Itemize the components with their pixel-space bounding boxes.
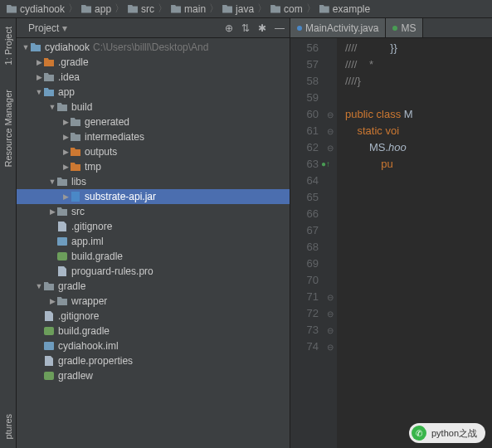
editor-tabs: MainActivity.javaMS [290,18,492,38]
tree-node[interactable]: app.iml [17,234,290,249]
expand-icon[interactable]: ⇅ [241,22,250,34]
tree-node[interactable]: ▶intermediates [17,129,290,144]
tree-node[interactable]: cydiahook.iml [17,338,290,353]
folder-grey [43,281,55,291]
folder-grey [56,296,68,306]
tree-node[interactable]: ▶wrapper [17,294,290,309]
iml-icon [43,341,55,351]
breadcrumb-item[interactable]: cydiahook [3,3,68,15]
project-panel-header: Project ▾ ⊕ ⇅ ✱ — [17,18,290,38]
watermark-badge: ✆ python之战 [409,423,485,443]
tree-node[interactable]: ▶tmp [17,159,290,174]
folder-grey [56,177,68,187]
folder-grey [70,132,81,142]
file-icon [43,356,55,366]
tree-node[interactable]: build.gradle [17,324,290,338]
folder-grey [43,72,55,82]
tree-node[interactable]: ▼build [17,100,290,114]
breadcrumb-item[interactable]: main [168,3,209,15]
gradle-icon [43,326,55,336]
tree-node[interactable]: ▶generated [17,114,290,129]
breadcrumb: cydiahook〉app〉src〉main〉java〉com〉example [0,0,492,18]
tree-node[interactable]: ▼libs [17,174,290,189]
resource-manager-tab[interactable]: Resource Manager [3,90,13,168]
file-icon [43,311,55,321]
project-tool-tab[interactable]: 1: Project [3,27,13,65]
project-tree[interactable]: ▼cydiahookC:\Users\billl\Desktop\And▶.gr… [17,38,290,448]
tree-node[interactable]: gradlew [17,368,290,383]
editor-tab[interactable]: MS [386,18,423,37]
breadcrumb-item[interactable]: example [316,3,373,15]
folder-brown [70,162,81,172]
tree-node[interactable]: ▼cydiahookC:\Users\billl\Desktop\And [17,40,290,55]
tree-node[interactable]: ▶src [17,204,290,219]
fold-column[interactable]: ⊖⊖⊖⊖⊖⊖⊖ [324,38,337,448]
folder-brown [43,57,55,67]
editor-tab[interactable]: MainActivity.java [290,18,386,37]
tree-node[interactable]: gradle.properties [17,353,290,368]
wechat-icon: ✆ [412,426,426,441]
folder-grey [56,102,68,112]
tree-node[interactable]: ▶.idea [17,70,290,85]
tree-node[interactable]: proguard-rules.pro [17,264,290,279]
code-editor[interactable]: //// }}//// *////}public class M static … [337,38,492,448]
tree-node[interactable]: ▼gradle [17,279,290,294]
iml-icon [56,236,68,246]
structures-tab[interactable]: ptures [3,414,13,440]
breadcrumb-item[interactable]: src [124,3,158,15]
editor-area: MainActivity.javaMS 5657585960616263●↑64… [290,18,492,448]
folder-module [43,87,55,97]
tree-node[interactable]: ▶.gradle [17,55,290,70]
hide-icon[interactable]: — [275,22,285,34]
folder-brown [70,147,81,157]
panel-title[interactable]: Project ▾ [28,22,218,34]
tree-node[interactable]: ▶outputs [17,144,290,159]
tree-node[interactable]: .gitignore [17,219,290,234]
jar-icon [70,192,81,202]
tool-window-tabs: 1: Project Resource Manager ptures [0,18,17,448]
tree-node[interactable]: build.gradle [17,249,290,264]
breadcrumb-item[interactable]: java [219,3,257,15]
folder-grey [56,207,68,217]
gradle-icon [56,251,68,261]
breadcrumb-item[interactable]: com [267,3,306,15]
settings-icon[interactable]: ✱ [258,22,266,34]
locate-icon[interactable]: ⊕ [225,22,233,34]
line-gutter: 5657585960616263●↑6465666768697071727374 [290,38,324,448]
tree-node[interactable]: .gitignore [17,309,290,324]
file-icon [56,266,68,276]
folder-module [30,42,41,52]
folder-grey [70,117,81,127]
tree-node[interactable]: ▶substrate-api.jar [17,189,290,204]
file-icon [56,222,68,231]
project-panel: Project ▾ ⊕ ⇅ ✱ — ▼cydiahookC:\Users\bil… [17,18,290,448]
breadcrumb-item[interactable]: app [78,3,114,15]
tree-node[interactable]: ▼app [17,85,290,100]
gradle-icon [43,371,55,381]
